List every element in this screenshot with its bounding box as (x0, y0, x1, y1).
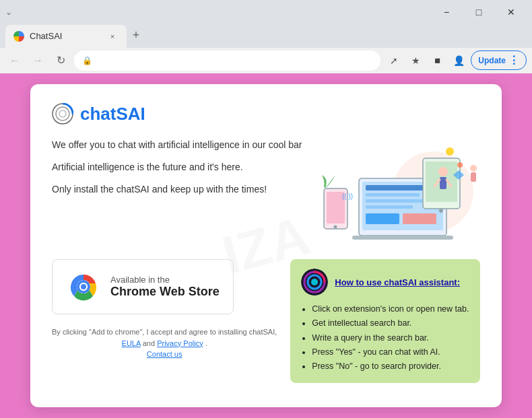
svg-point-20 (457, 162, 463, 168)
contact-link[interactable]: Contact us (147, 350, 182, 358)
description-3: Only install the chatSAI and keep up wit… (52, 182, 305, 197)
new-tab-button[interactable]: + (127, 26, 145, 45)
close-button[interactable]: ✕ (496, 0, 527, 24)
lock-icon: 🔒 (82, 56, 92, 65)
how-to-step-5: Press "No" - go to search provider. (312, 359, 469, 374)
page-content: IZA chatSAI We offer you to (0, 73, 532, 418)
refresh-button[interactable]: ↻ (51, 51, 70, 70)
svg-rect-26 (471, 172, 476, 182)
svg-rect-10 (366, 205, 413, 209)
tab-bar: ChatSAI × + (0, 24, 532, 48)
active-tab[interactable]: ChatSAI × (5, 25, 127, 48)
update-menu-icon: ⋮ (508, 54, 519, 67)
how-to-step-3: Write a query in the search bar. (312, 331, 469, 345)
svg-point-15 (439, 209, 443, 213)
description-2: Artificial intelligence is the future an… (52, 160, 305, 174)
chrome-store-section: Available in the Chrome Web Store By cli… (52, 259, 277, 360)
svg-point-21 (438, 167, 448, 176)
chrome-web-store-label: Chrome Web Store (110, 285, 220, 299)
chrome-logo-icon (66, 269, 101, 304)
svg-rect-11 (366, 213, 399, 224)
svg-rect-8 (366, 193, 420, 197)
brand-header: chatSAI (52, 103, 480, 125)
tab-title: ChatSAI (30, 31, 62, 41)
title-bar: ⌄ − □ ✕ (0, 0, 532, 24)
svg-text:((·)): ((·)) (342, 193, 353, 200)
update-label: Update (478, 56, 506, 65)
browser-frame: ⌄ − □ ✕ ChatSAI × + ← → ↻ 🔒 ➚ ★ (0, 0, 532, 418)
back-button[interactable]: ← (5, 51, 24, 70)
how-to-title: How to use chatSAI assistant: (335, 277, 460, 287)
bottom-row: Available in the Chrome Web Store By cli… (52, 259, 480, 383)
chrome-store-box[interactable]: Available in the Chrome Web Store (52, 259, 234, 314)
minimize-button[interactable]: − (431, 0, 462, 24)
refresh-icon: ↻ (57, 54, 65, 67)
assistant-icon (301, 269, 328, 295)
window-controls: − □ ✕ (431, 0, 527, 24)
chrome-store-text: Available in the Chrome Web Store (110, 275, 220, 299)
toolbar-right: ➚ ★ ◾ 👤 Update ⋮ (385, 50, 527, 70)
period-text: . (205, 339, 207, 347)
svg-point-25 (470, 165, 477, 172)
how-to-steps: Click on extension's icon or open new ta… (301, 302, 469, 374)
description-1: We offer you to chat with artificial int… (52, 138, 305, 152)
privacy-link[interactable]: Privacy Policy (157, 339, 203, 347)
how-to-step-2: Get intellectual search bar. (312, 316, 469, 330)
how-to-step-1: Click on extension's icon or open new ta… (312, 302, 469, 316)
device-illustration: ((·)) (319, 138, 480, 246)
tab-close-button[interactable]: × (106, 30, 119, 42)
forward-icon: → (32, 55, 43, 67)
svg-rect-6 (352, 236, 453, 240)
forward-button[interactable]: → (28, 51, 47, 70)
bookmark-icon[interactable]: ★ (406, 51, 425, 70)
how-to-step-4: Press "Yes" - you can chat with AI. (312, 345, 469, 359)
how-to-header: How to use chatSAI assistant: (301, 269, 469, 295)
available-text: Available in the (110, 275, 220, 285)
title-bar-left: ⌄ (5, 7, 12, 17)
eula-link[interactable]: EULA (122, 339, 141, 347)
svg-point-32 (81, 284, 86, 289)
back-icon: ← (9, 55, 20, 67)
profile-icon[interactable]: 👤 (449, 51, 468, 70)
maximize-button[interactable]: □ (463, 0, 494, 24)
svg-rect-12 (403, 213, 436, 224)
svg-point-36 (311, 279, 318, 285)
and-text: and (143, 339, 157, 347)
title-bar-chevron-icon: ⌄ (5, 7, 12, 17)
svg-point-2 (59, 110, 66, 117)
svg-point-1 (56, 107, 69, 120)
brand-name: chatSAI (80, 104, 145, 125)
svg-point-18 (334, 225, 337, 229)
tab-favicon (13, 31, 24, 42)
legal-prefix: By clicking "Add to chrome", I accept an… (52, 328, 277, 336)
content-left: We offer you to chat with artificial int… (52, 138, 305, 205)
content-row: We offer you to chat with artificial int… (52, 138, 480, 246)
card-inner: chatSAI We offer you to chat with artifi… (52, 103, 480, 383)
legal-text: By clicking "Add to chrome", I accept an… (52, 326, 277, 360)
svg-point-19 (446, 147, 454, 155)
svg-rect-22 (440, 177, 446, 189)
brand-logo-icon (52, 103, 73, 125)
share-icon[interactable]: ➚ (385, 51, 403, 70)
address-bar: ← → ↻ 🔒 ➚ ★ ◾ 👤 Update ⋮ (0, 48, 532, 73)
how-to-box: How to use chatSAI assistant: Click on e… (290, 259, 480, 383)
main-card: IZA chatSAI We offer you to (30, 84, 502, 407)
extensions-icon[interactable]: ◾ (428, 51, 446, 70)
update-button[interactable]: Update ⋮ (471, 50, 527, 70)
url-bar[interactable]: 🔒 (74, 50, 380, 71)
